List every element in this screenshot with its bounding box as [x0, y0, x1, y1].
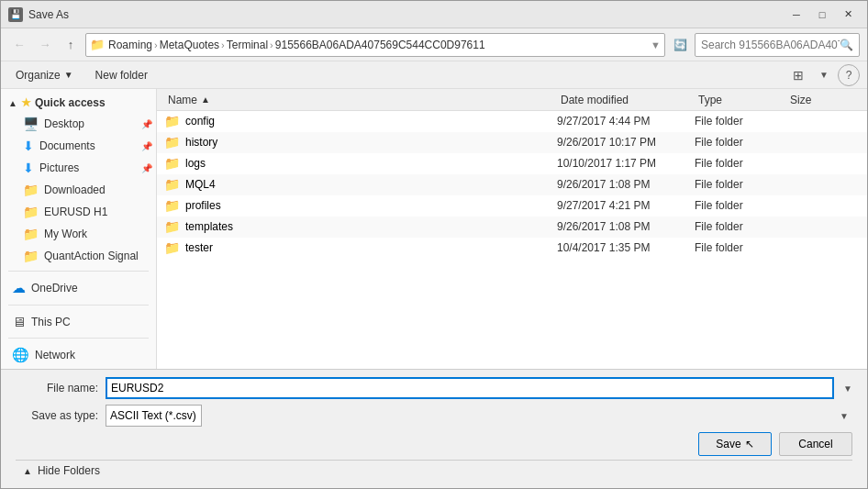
- search-input[interactable]: [701, 39, 840, 51]
- file-name: templates: [185, 220, 233, 233]
- sidebar-item-mywork[interactable]: 📁 My Work: [1, 223, 156, 245]
- pictures-icon: ⬇: [23, 161, 34, 175]
- file-name: config: [185, 115, 215, 128]
- sidebar-label-network: Network: [35, 349, 75, 361]
- address-bar[interactable]: 📁 Roaming › MetaQuotes › Terminal › 9155…: [85, 33, 665, 57]
- file-date: 9/27/2017 4:44 PM: [557, 115, 695, 128]
- sidebar-label-quantaction: QuantAction Signal: [44, 250, 139, 262]
- breadcrumb-terminal[interactable]: Terminal: [227, 39, 268, 51]
- file-type: File folder: [695, 178, 786, 191]
- minimize-button[interactable]: ─: [785, 5, 808, 25]
- folder-icon: 📁: [164, 198, 180, 213]
- folder-icon: 📁: [164, 240, 180, 255]
- file-type: File folder: [695, 199, 786, 212]
- address-dropdown-icon[interactable]: ▼: [651, 39, 661, 50]
- sidebar-item-desktop[interactable]: 🖥️ Desktop 📌: [1, 113, 156, 135]
- maximize-button[interactable]: □: [810, 5, 834, 25]
- title-bar: 💾 Save As ─ □ ✕: [1, 1, 867, 28]
- refresh-button[interactable]: 🔄: [669, 34, 691, 56]
- file-type: File folder: [695, 115, 786, 128]
- file-name-cell: 📁 profiles: [164, 198, 557, 213]
- filename-label: File name:: [16, 382, 98, 395]
- col-header-name[interactable]: Name ▲: [164, 94, 557, 106]
- sidebar-item-network[interactable]: 🌐 Network: [1, 342, 156, 368]
- hide-folders-row[interactable]: ▲ Hide Folders: [16, 460, 852, 481]
- close-button[interactable]: ✕: [836, 5, 860, 25]
- folder-icon: 📁: [164, 114, 180, 128]
- search-box[interactable]: 🔍: [695, 33, 860, 57]
- filetype-select[interactable]: ASCII Text (*.csv): [106, 405, 202, 427]
- table-row[interactable]: 📁 MQL4 9/26/2017 1:08 PM File folder: [157, 174, 867, 195]
- sidebar-divider-1: [8, 271, 149, 272]
- up-button[interactable]: ↑: [60, 34, 82, 56]
- file-type: File folder: [695, 136, 786, 149]
- sidebar-divider-3: [8, 338, 149, 339]
- quantaction-icon: 📁: [23, 249, 39, 263]
- view-dropdown-button[interactable]: ▼: [812, 64, 836, 86]
- table-row[interactable]: 📁 profiles 9/27/2017 4:21 PM File folder: [157, 195, 867, 217]
- view-toggle-button[interactable]: ⊞: [786, 64, 810, 86]
- bottom-bar: File name: ▼ Save as type: ASCII Text (*…: [1, 369, 867, 488]
- main-area: ▲ ★ Quick access 🖥️ Desktop 📌 ⬇ Document…: [1, 89, 867, 369]
- col-header-type[interactable]: Type: [695, 94, 786, 106]
- sidebar-label-mywork: My Work: [44, 228, 87, 240]
- downloaded-icon: 📁: [23, 183, 39, 197]
- sep2: ›: [221, 39, 225, 50]
- cancel-button[interactable]: Cancel: [779, 432, 852, 456]
- col-header-date[interactable]: Date modified: [557, 94, 695, 106]
- help-button[interactable]: ?: [838, 64, 860, 86]
- breadcrumb-metaquotes[interactable]: MetaQuotes: [160, 39, 219, 51]
- table-row[interactable]: 📁 history 9/26/2017 10:17 PM File folder: [157, 132, 867, 153]
- sidebar-label-documents: Documents: [39, 139, 95, 152]
- organize-button[interactable]: Organize ▼: [8, 64, 81, 86]
- filetype-select-wrapper: ASCII Text (*.csv) ▼: [106, 405, 852, 427]
- file-date: 10/10/2017 1:17 PM: [557, 157, 695, 170]
- breadcrumb-id[interactable]: 915566BA06ADA407569C544CC0D97611: [275, 39, 485, 51]
- breadcrumb-folder-icon: 📁: [90, 38, 105, 51]
- table-row[interactable]: 📁 logs 10/10/2017 1:17 PM File folder: [157, 153, 867, 174]
- network-icon: 🌐: [12, 347, 29, 363]
- table-row[interactable]: 📁 config 9/27/2017 4:44 PM File folder: [157, 111, 867, 132]
- folder-icon: 📁: [164, 156, 180, 171]
- sidebar-item-documents[interactable]: ⬇ Documents 📌: [1, 135, 156, 157]
- documents-icon: ⬇: [23, 139, 34, 153]
- sidebar-item-downloaded[interactable]: 📁 Downloaded: [1, 179, 156, 201]
- col-header-size[interactable]: Size: [786, 94, 860, 106]
- file-name-cell: 📁 tester: [164, 240, 557, 255]
- eurusd-icon: 📁: [23, 205, 39, 219]
- table-row[interactable]: 📁 tester 10/4/2017 1:35 PM File folder: [157, 238, 867, 259]
- pin-icon-pictures: 📌: [141, 163, 152, 173]
- quick-access-header[interactable]: ▲ ★ Quick access: [1, 93, 156, 113]
- breadcrumb-roaming[interactable]: Roaming: [108, 39, 152, 51]
- save-button[interactable]: Save ↖: [698, 432, 772, 456]
- sidebar-item-eurusd[interactable]: 📁 EURUSD H1: [1, 201, 156, 223]
- file-name: MQL4: [185, 178, 216, 191]
- sidebar-divider-2: [8, 305, 149, 306]
- filename-input[interactable]: [106, 377, 834, 399]
- sidebar-label-pictures: Pictures: [39, 161, 79, 174]
- sidebar-item-quantaction[interactable]: 📁 QuantAction Signal: [1, 245, 156, 267]
- sidebar-item-pictures[interactable]: ⬇ Pictures 📌: [1, 157, 156, 179]
- sidebar-item-thispc[interactable]: 🖥 This PC: [1, 309, 156, 334]
- title-bar-buttons: ─ □ ✕: [785, 5, 860, 25]
- onedrive-icon: ☁: [12, 280, 26, 296]
- file-type: File folder: [695, 157, 786, 170]
- table-row[interactable]: 📁 templates 9/26/2017 1:08 PM File folde…: [157, 217, 867, 238]
- save-as-dialog: 💾 Save As ─ □ ✕ ← → ↑ 📁 Roaming › MetaQu…: [0, 0, 868, 489]
- file-name-cell: 📁 config: [164, 114, 557, 128]
- hide-folders-collapse-icon: ▲: [23, 466, 32, 476]
- content-area: Name ▲ Date modified Type Size 📁: [157, 89, 867, 369]
- back-button[interactable]: ←: [8, 34, 30, 56]
- sidebar-label-desktop: Desktop: [44, 117, 84, 130]
- folder-icon: 📁: [164, 177, 180, 192]
- sidebar-item-onedrive[interactable]: ☁ OneDrive: [1, 275, 156, 301]
- file-name-cell: 📁 templates: [164, 219, 557, 234]
- file-name: history: [185, 136, 217, 149]
- forward-button[interactable]: →: [34, 34, 56, 56]
- new-folder-button[interactable]: New folder: [88, 64, 155, 86]
- file-name: profiles: [185, 199, 221, 212]
- filetype-row: Save as type: ASCII Text (*.csv) ▼: [16, 405, 852, 427]
- filename-dropdown-icon[interactable]: ▼: [843, 383, 852, 394]
- file-name-cell: 📁 history: [164, 135, 557, 150]
- file-name: tester: [185, 241, 213, 254]
